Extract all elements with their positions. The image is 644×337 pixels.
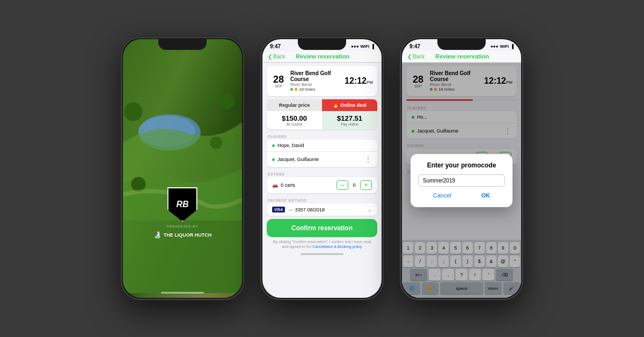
chevron-down-icon: ⌄ — [368, 207, 372, 213]
fire-icon: 🔥 — [333, 102, 339, 108]
back-label: Back — [273, 54, 285, 60]
golf-scene-svg — [123, 39, 242, 293]
phone-notch — [158, 38, 207, 50]
player-1-dot — [272, 144, 275, 147]
nav-bar-3: ❮ Back Review reservation — [402, 51, 521, 63]
player-1-label: Hope, David — [277, 143, 304, 148]
date-badge: 28 SEP — [271, 75, 286, 88]
tee-time-value: 12:12PM — [345, 76, 373, 86]
status-time: 9:47 — [270, 43, 281, 49]
date-day: 28 — [273, 75, 284, 84]
promo-ok-button[interactable]: OK — [473, 191, 499, 200]
back-button-3[interactable]: ❮ Back — [407, 54, 425, 60]
nav-title: Review reservation — [296, 53, 349, 60]
visa-badge: VISA — [272, 207, 285, 213]
cancellation-policy-link[interactable]: Cancellation & Booking policy — [312, 245, 362, 248]
phone-notch — [298, 38, 346, 50]
regular-label: At course — [270, 122, 319, 126]
regular-price-tab[interactable]: Regular price — [267, 99, 322, 111]
phone-1: RB PRESENTED BY 🍶 THE LIQUOR HUTCH — [121, 37, 244, 300]
price-values: $150.00 At course $127.51 Pay online — [267, 111, 377, 129]
app-screen-3: 9:47 ●●● WiFi ▐ ❮ Back Review reservatio… — [402, 39, 521, 298]
extras-section: 🚗 0 carts – 0 + — [267, 177, 377, 193]
payment-section[interactable]: VISA ···· 3357 08/2018 ⌄ — [267, 203, 377, 216]
course-card: 28 SEP River Bend Golf Course River Bend… — [267, 66, 377, 96]
players-label: PLAYERS — [262, 133, 382, 140]
svg-point-4 — [219, 93, 235, 109]
promo-cancel-button[interactable]: Cancel — [425, 191, 460, 200]
signal-icon: ●●● — [351, 44, 359, 49]
online-label: Pay online — [325, 122, 374, 126]
battery-icon-3: ▐ — [510, 44, 514, 49]
promocode-input[interactable] — [418, 174, 505, 187]
nav-title-3: Review reservation — [435, 53, 489, 60]
tee-time-display: 12:12PM — [345, 76, 373, 86]
player-2-dot — [272, 158, 275, 161]
back-button[interactable]: ❮ Back — [268, 54, 285, 60]
rb-shield-logo: RB — [167, 187, 197, 222]
course-info: River Bend Golf Course River Bend 18 hol… — [290, 70, 340, 92]
wifi-icon: WiFi — [361, 44, 370, 49]
svg-point-3 — [124, 102, 143, 121]
app-screen-2: 9:47 ●●● WiFi ▐ ❮ Back Review reservatio… — [262, 39, 382, 298]
extras-label: EXTRAS — [262, 170, 382, 177]
orange-dot-icon — [295, 88, 297, 91]
payment-info: VISA ···· 3357 08/2018 — [272, 207, 325, 213]
battery-icon: ▐ — [371, 44, 374, 49]
online-price-value: $127.51 Pay online — [322, 111, 377, 129]
brand-name: 🍶 THE LIQUOR HUTCH — [153, 231, 212, 239]
bottle-icon: 🍶 — [153, 231, 162, 239]
promo-dialog: Enter your promocode Cancel OK — [411, 154, 513, 207]
status-icons-3: ●●● WiFi ▐ — [491, 44, 514, 49]
chevron-left-icon-3: ❮ — [407, 54, 412, 60]
carts-count: 0 carts — [281, 182, 295, 188]
promo-dialog-overlay: Enter your promocode Cancel OK — [402, 63, 521, 298]
course-name: River Bend Golf Course — [290, 70, 340, 82]
payment-detail: ···· 3357 08/2018 — [288, 207, 325, 213]
cart-counter: – 0 + — [336, 180, 372, 190]
phone-3: 9:47 ●●● WiFi ▐ ❮ Back Review reservatio… — [400, 37, 523, 300]
course-holes: 18 holes — [290, 87, 340, 92]
chevron-left-icon: ❮ — [268, 54, 272, 60]
date-month: SEP — [275, 84, 282, 88]
price-section: Regular price 🔥 Online deal $150.00 At c… — [267, 99, 377, 129]
splash-logo: RB PRESENTED BY 🍶 THE LIQUOR HUTCH — [153, 187, 212, 239]
green-dot-icon — [290, 88, 293, 91]
promo-dialog-title: Enter your promocode — [418, 162, 505, 169]
decrement-button[interactable]: – — [336, 180, 348, 190]
player-row-1: Hope, David — [267, 140, 377, 152]
payment-label: PAYMENT METHOD — [262, 196, 382, 203]
online-deal-tab[interactable]: 🔥 Online deal — [322, 99, 377, 111]
carts-label: 🚗 0 carts — [272, 182, 295, 188]
online-amount: $127.51 — [325, 114, 374, 122]
counter-value: 0 — [349, 182, 359, 188]
signal-icon-3: ●●● — [491, 44, 499, 49]
disclaimer-text: By clicking "Confirm reservation", I con… — [262, 239, 382, 249]
promo-actions: Cancel OK — [418, 191, 505, 200]
players-section: Hope, David Jacquet, Guillaume ⋮ — [267, 140, 377, 167]
presented-by-label: PRESENTED BY — [167, 225, 198, 228]
brand-name-text: THE LIQUOR HUTCH — [164, 232, 212, 238]
status-icons: ●●● WiFi ▐ — [351, 44, 374, 49]
regular-price-value: $150.00 At course — [267, 111, 322, 129]
phone-notch — [437, 38, 486, 50]
player-1-name: Hope, David — [272, 143, 304, 148]
back-label-3: Back — [413, 54, 425, 60]
wifi-icon-3: WiFi — [500, 44, 509, 49]
svg-point-5 — [210, 136, 222, 149]
player-2-name: Jacquet, Guillaume — [272, 157, 319, 162]
increment-button[interactable]: + — [360, 180, 372, 190]
player-2-more-icon[interactable]: ⋮ — [364, 155, 372, 164]
phone-2: 9:47 ●●● WiFi ▐ ❮ Back Review reservatio… — [260, 37, 384, 300]
course-location: River Bend — [290, 82, 340, 87]
phone3-content: 28 SEP River Bend Golf Course River Bend… — [402, 63, 521, 298]
nav-bar-2: ❮ Back Review reservation — [262, 51, 382, 63]
confirm-reservation-button[interactable]: Confirm reservation — [267, 219, 377, 237]
home-indicator-2 — [262, 249, 382, 259]
regular-amount: $150.00 — [270, 114, 319, 122]
home-bar — [301, 253, 343, 255]
rb-initials: RB — [176, 200, 188, 209]
player-row-2: Jacquet, Guillaume ⋮ — [267, 152, 377, 167]
player-2-label: Jacquet, Guillaume — [277, 157, 319, 162]
home-indicator — [161, 292, 204, 294]
